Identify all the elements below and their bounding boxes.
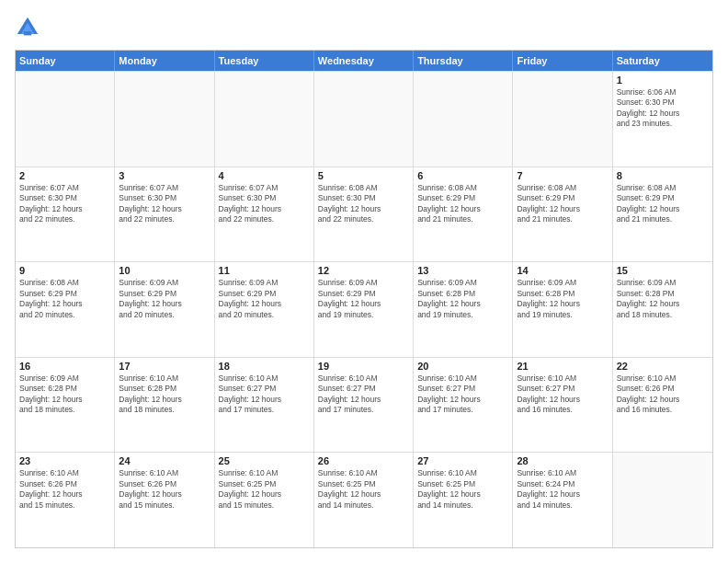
cal-cell: 10Sunrise: 6:09 AM Sunset: 6:29 PM Dayli…: [115, 262, 214, 357]
day-number: 9: [19, 265, 110, 276]
cal-cell: 22Sunrise: 6:10 AM Sunset: 6:26 PM Dayli…: [613, 358, 712, 453]
header: [15, 15, 713, 40]
cal-cell: 12Sunrise: 6:09 AM Sunset: 6:29 PM Dayli…: [314, 262, 414, 357]
day-info: Sunrise: 6:10 AM Sunset: 6:26 PM Dayligh…: [19, 468, 110, 511]
day-info: Sunrise: 6:09 AM Sunset: 6:29 PM Dayligh…: [119, 278, 210, 320]
day-info: Sunrise: 6:09 AM Sunset: 6:29 PM Dayligh…: [219, 278, 310, 320]
day-number: 6: [417, 170, 508, 181]
day-number: 12: [318, 265, 409, 276]
cal-cell: 14Sunrise: 6:09 AM Sunset: 6:28 PM Dayli…: [513, 262, 612, 357]
week-row-3: 16Sunrise: 6:09 AM Sunset: 6:28 PM Dayli…: [16, 357, 712, 453]
cal-cell: 25Sunrise: 6:10 AM Sunset: 6:25 PM Dayli…: [215, 453, 314, 547]
cal-cell: 21Sunrise: 6:10 AM Sunset: 6:27 PM Dayli…: [513, 358, 612, 453]
cal-cell: 6Sunrise: 6:08 AM Sunset: 6:29 PM Daylig…: [414, 167, 513, 262]
day-number: 8: [617, 170, 709, 181]
calendar-body: 1Sunrise: 6:06 AM Sunset: 6:30 PM Daylig…: [16, 71, 712, 547]
logo: [15, 15, 44, 40]
day-number: 19: [318, 361, 409, 372]
day-info: Sunrise: 6:10 AM Sunset: 6:28 PM Dayligh…: [119, 373, 210, 416]
cal-cell: 11Sunrise: 6:09 AM Sunset: 6:29 PM Dayli…: [215, 262, 314, 357]
day-number: 4: [219, 170, 310, 181]
day-number: 10: [119, 265, 210, 276]
day-number: 3: [119, 170, 210, 181]
day-info: Sunrise: 6:10 AM Sunset: 6:26 PM Dayligh…: [119, 468, 210, 511]
day-number: 7: [517, 170, 608, 181]
calendar: SundayMondayTuesdayWednesdayThursdayFrid…: [15, 50, 713, 548]
cal-cell: 7Sunrise: 6:08 AM Sunset: 6:29 PM Daylig…: [513, 167, 612, 262]
day-info: Sunrise: 6:10 AM Sunset: 6:27 PM Dayligh…: [318, 373, 409, 416]
day-info: Sunrise: 6:08 AM Sunset: 6:29 PM Dayligh…: [417, 183, 508, 225]
day-number: 20: [417, 361, 508, 372]
cal-cell: [314, 72, 414, 167]
calendar-header: SundayMondayTuesdayWednesdayThursdayFrid…: [16, 51, 712, 71]
week-row-4: 23Sunrise: 6:10 AM Sunset: 6:26 PM Dayli…: [16, 452, 712, 547]
day-number: 26: [318, 455, 409, 466]
cal-cell: [414, 72, 513, 167]
week-row-2: 9Sunrise: 6:08 AM Sunset: 6:29 PM Daylig…: [16, 261, 712, 357]
cal-cell: [513, 72, 612, 167]
day-number: 13: [417, 265, 508, 276]
header-day-tuesday: Tuesday: [215, 51, 314, 71]
day-number: 1: [617, 75, 709, 86]
day-info: Sunrise: 6:10 AM Sunset: 6:26 PM Dayligh…: [617, 373, 709, 416]
day-info: Sunrise: 6:07 AM Sunset: 6:30 PM Dayligh…: [19, 183, 110, 225]
page: SundayMondayTuesdayWednesdayThursdayFrid…: [0, 0, 728, 563]
day-info: Sunrise: 6:09 AM Sunset: 6:29 PM Dayligh…: [318, 278, 409, 320]
day-number: 21: [517, 361, 608, 372]
day-info: Sunrise: 6:09 AM Sunset: 6:28 PM Dayligh…: [19, 373, 110, 416]
day-number: 18: [219, 361, 310, 372]
day-number: 11: [219, 265, 310, 276]
day-info: Sunrise: 6:07 AM Sunset: 6:30 PM Dayligh…: [219, 183, 310, 225]
day-info: Sunrise: 6:10 AM Sunset: 6:25 PM Dayligh…: [318, 468, 409, 511]
day-info: Sunrise: 6:10 AM Sunset: 6:25 PM Dayligh…: [219, 468, 310, 511]
cal-cell: 13Sunrise: 6:09 AM Sunset: 6:28 PM Dayli…: [414, 262, 513, 357]
day-info: Sunrise: 6:10 AM Sunset: 6:27 PM Dayligh…: [517, 373, 608, 416]
logo-icon: [15, 15, 40, 40]
day-number: 25: [219, 455, 310, 466]
cal-cell: 26Sunrise: 6:10 AM Sunset: 6:25 PM Dayli…: [314, 453, 414, 547]
cal-cell: [613, 453, 712, 547]
cal-cell: 2Sunrise: 6:07 AM Sunset: 6:30 PM Daylig…: [16, 167, 115, 262]
svg-rect-2: [24, 31, 31, 35]
week-row-0: 1Sunrise: 6:06 AM Sunset: 6:30 PM Daylig…: [16, 71, 712, 167]
day-info: Sunrise: 6:08 AM Sunset: 6:29 PM Dayligh…: [617, 183, 709, 225]
day-info: Sunrise: 6:07 AM Sunset: 6:30 PM Dayligh…: [119, 183, 210, 225]
cal-cell: 3Sunrise: 6:07 AM Sunset: 6:30 PM Daylig…: [115, 167, 214, 262]
cal-cell: 17Sunrise: 6:10 AM Sunset: 6:28 PM Dayli…: [115, 358, 214, 453]
cal-cell: 18Sunrise: 6:10 AM Sunset: 6:27 PM Dayli…: [215, 358, 314, 453]
day-info: Sunrise: 6:09 AM Sunset: 6:28 PM Dayligh…: [617, 278, 709, 320]
cal-cell: 19Sunrise: 6:10 AM Sunset: 6:27 PM Dayli…: [314, 358, 414, 453]
week-row-1: 2Sunrise: 6:07 AM Sunset: 6:30 PM Daylig…: [16, 167, 712, 262]
day-info: Sunrise: 6:10 AM Sunset: 6:25 PM Dayligh…: [417, 468, 508, 511]
day-number: 24: [119, 455, 210, 466]
cal-cell: [115, 72, 214, 167]
day-number: 17: [119, 361, 210, 372]
header-day-sunday: Sunday: [16, 51, 115, 71]
day-number: 14: [517, 265, 608, 276]
day-info: Sunrise: 6:09 AM Sunset: 6:28 PM Dayligh…: [417, 278, 508, 320]
cal-cell: 4Sunrise: 6:07 AM Sunset: 6:30 PM Daylig…: [215, 167, 314, 262]
cal-cell: 20Sunrise: 6:10 AM Sunset: 6:27 PM Dayli…: [414, 358, 513, 453]
day-info: Sunrise: 6:08 AM Sunset: 6:29 PM Dayligh…: [19, 278, 110, 320]
header-day-monday: Monday: [115, 51, 214, 71]
day-info: Sunrise: 6:10 AM Sunset: 6:27 PM Dayligh…: [219, 373, 310, 416]
day-number: 2: [19, 170, 110, 181]
cal-cell: 1Sunrise: 6:06 AM Sunset: 6:30 PM Daylig…: [613, 72, 712, 167]
cal-cell: 23Sunrise: 6:10 AM Sunset: 6:26 PM Dayli…: [16, 453, 115, 547]
header-day-saturday: Saturday: [613, 51, 712, 71]
day-info: Sunrise: 6:09 AM Sunset: 6:28 PM Dayligh…: [517, 278, 608, 320]
day-number: 15: [617, 265, 709, 276]
day-number: 27: [417, 455, 508, 466]
day-info: Sunrise: 6:10 AM Sunset: 6:27 PM Dayligh…: [417, 373, 508, 416]
cal-cell: 15Sunrise: 6:09 AM Sunset: 6:28 PM Dayli…: [613, 262, 712, 357]
cal-cell: 28Sunrise: 6:10 AM Sunset: 6:24 PM Dayli…: [513, 453, 612, 547]
cal-cell: 9Sunrise: 6:08 AM Sunset: 6:29 PM Daylig…: [16, 262, 115, 357]
cal-cell: 16Sunrise: 6:09 AM Sunset: 6:28 PM Dayli…: [16, 358, 115, 453]
day-info: Sunrise: 6:08 AM Sunset: 6:29 PM Dayligh…: [517, 183, 608, 225]
cal-cell: 8Sunrise: 6:08 AM Sunset: 6:29 PM Daylig…: [613, 167, 712, 262]
cal-cell: 27Sunrise: 6:10 AM Sunset: 6:25 PM Dayli…: [414, 453, 513, 547]
day-info: Sunrise: 6:10 AM Sunset: 6:24 PM Dayligh…: [517, 468, 608, 511]
day-number: 22: [617, 361, 709, 372]
header-day-friday: Friday: [513, 51, 612, 71]
header-day-wednesday: Wednesday: [314, 51, 414, 71]
